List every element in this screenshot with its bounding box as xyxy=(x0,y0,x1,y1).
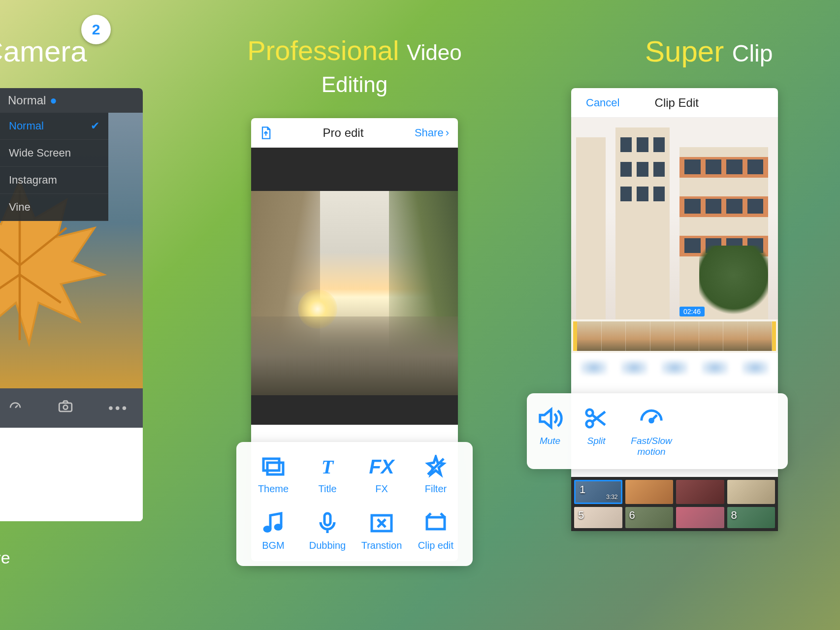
timeline-handle-right[interactable] xyxy=(772,321,776,351)
check-icon: ● xyxy=(50,94,57,107)
mode-option-normal[interactable]: Normal ✔ xyxy=(0,113,108,140)
clip-edit-tool[interactable]: Clip edit xyxy=(409,511,463,551)
clip-edit-phone: Cancel Clip Edit 02:46 xyxy=(571,88,778,531)
camera-panel: er Camera Normal ● 2 Normal ✔ Wide Scree… xyxy=(0,0,172,630)
mode-option-vine[interactable]: Vine xyxy=(0,194,108,221)
fx-tool[interactable]: FX FX xyxy=(355,455,409,495)
speedometer-icon[interactable] xyxy=(8,399,23,417)
clip-thumbnail[interactable]: 1 3:32 xyxy=(574,480,622,504)
theme-tool[interactable]: Theme xyxy=(246,455,300,495)
fast-slow-tool[interactable]: Fast/Slow motion xyxy=(629,405,674,457)
svg-rect-7 xyxy=(324,513,330,525)
mode-menu: Normal ✔ Wide Screen Instagram Vine xyxy=(0,113,108,221)
camera-phone: Normal ● 2 Normal ✔ Wide Screen Instagra… xyxy=(0,88,143,521)
svg-point-1 xyxy=(64,405,68,410)
timeline-time: 02:46 xyxy=(679,307,705,316)
share-button[interactable]: Share › xyxy=(415,126,449,139)
svg-point-12 xyxy=(650,419,653,422)
pro-edit-title-label: Pro edit xyxy=(323,126,364,140)
clip-edit-header: Cancel Clip Edit xyxy=(571,88,778,118)
video-letterbox-bottom xyxy=(251,395,458,425)
pro-edit-title: Professional Video Editing xyxy=(217,34,492,98)
mute-tool[interactable]: Mute xyxy=(537,405,563,457)
svg-point-10 xyxy=(586,410,593,416)
dubbing-tool[interactable]: Dubbing xyxy=(300,511,355,551)
mode-option-instagram[interactable]: Instagram xyxy=(0,167,108,194)
timeline-handle-left[interactable] xyxy=(573,321,577,351)
cancel-button[interactable]: Cancel xyxy=(586,96,619,109)
transition-tool[interactable]: Transtion xyxy=(355,511,409,551)
clip-thumbnail[interactable] xyxy=(727,480,775,504)
new-file-button[interactable] xyxy=(260,126,272,140)
pro-edit-header: Pro edit Share › xyxy=(251,118,458,148)
title-tool[interactable]: T Title xyxy=(300,455,355,495)
clip-thumbnail[interactable] xyxy=(625,480,674,504)
video-letterbox-top xyxy=(251,148,458,191)
check-icon: ✔ xyxy=(91,120,99,132)
timeline[interactable]: 02:46 xyxy=(571,319,778,353)
clip-edit-title: Super Clip xyxy=(517,34,840,68)
camera-footer xyxy=(0,428,143,521)
more-icon[interactable]: ••• xyxy=(108,400,129,416)
clip-thumbnail[interactable]: 5 xyxy=(574,507,622,528)
pro-edit-phone: Pro edit Share › Theme T Title FX xyxy=(251,118,458,561)
svg-rect-9 xyxy=(427,517,445,529)
audio-wave-row xyxy=(571,353,778,382)
clip-thumbnail[interactable] xyxy=(676,480,724,504)
svg-rect-0 xyxy=(59,403,72,411)
mode-option-widescreen[interactable]: Wide Screen xyxy=(0,140,108,167)
camera-mode-header[interactable]: Normal ● xyxy=(0,88,143,113)
camera-switch-icon[interactable] xyxy=(57,399,74,417)
pro-edit-panel: Professional Video Editing Pro edit Shar… xyxy=(217,0,492,630)
clip-edit-panel: Super Clip Cancel Clip Edit xyxy=(517,0,840,630)
video-preview[interactable] xyxy=(251,191,458,395)
clip-thumbnail[interactable]: 6 xyxy=(625,507,674,528)
camera-description: ding among capture des freely Instagram … xyxy=(0,546,172,630)
edit-tools-panel: Theme T Title FX FX Filter BGM Dubbing xyxy=(236,442,473,566)
clip-edit-title-label: Clip Edit xyxy=(655,96,699,110)
clip-thumbnail[interactable]: 8 xyxy=(727,507,775,528)
camera-viewport: Normal ✔ Wide Screen Instagram Vine xyxy=(0,113,143,388)
clip-thumbnail[interactable] xyxy=(676,507,724,528)
bgm-tool[interactable]: BGM xyxy=(246,511,300,551)
clip-tools-panel: Mute Split Fast/Slow motion xyxy=(527,393,788,469)
filter-tool[interactable]: Filter xyxy=(409,455,463,495)
clip-preview[interactable] xyxy=(571,118,778,319)
svg-point-6 xyxy=(275,525,281,530)
camera-toolbar: ••• xyxy=(0,388,143,428)
svg-point-11 xyxy=(586,421,593,428)
clip-thumbnails: 1 3:32 5 6 8 xyxy=(571,477,778,531)
current-mode-label: Normal xyxy=(8,94,46,107)
svg-rect-3 xyxy=(263,459,279,471)
svg-rect-4 xyxy=(267,463,283,474)
split-tool[interactable]: Split xyxy=(583,405,610,457)
svg-point-5 xyxy=(264,527,270,532)
chevron-right-icon: › xyxy=(446,126,449,139)
